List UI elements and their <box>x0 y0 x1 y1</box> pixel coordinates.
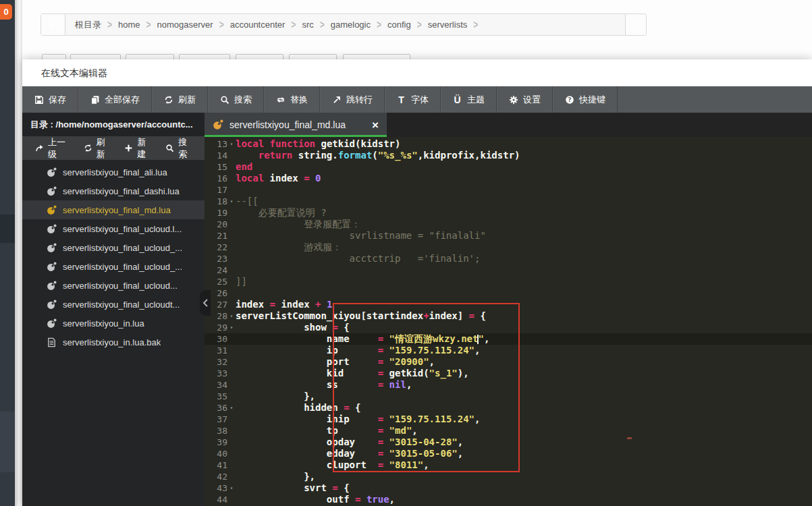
breadcrumb-item[interactable]: home <box>118 20 140 30</box>
toolbar-button-refresh[interactable]: 刷新 <box>152 86 208 113</box>
code-line[interactable]: 17 <box>205 184 812 196</box>
breadcrumb-item[interactable]: config <box>387 20 411 30</box>
reload-button[interactable] <box>625 14 646 35</box>
breadcrumb-item[interactable]: nomogaserver <box>157 20 213 30</box>
file-item[interactable]: serverlistxiyou_final_dashi.lua <box>22 181 205 200</box>
fold-toggle-icon[interactable]: ▾ <box>227 196 236 207</box>
fold-toggle-icon[interactable]: ▾ <box>227 138 236 150</box>
file-item[interactable]: serverlistxiyou_final_ali.lua <box>22 163 205 181</box>
sidebar-nav: 上一级刷新新建搜索 <box>22 136 205 160</box>
modal-header: 在线文本编辑器 <box>22 59 812 86</box>
fold-toggle-icon[interactable]: ▾ <box>227 310 236 322</box>
toolbar-button-search[interactable]: 搜索 <box>208 86 264 113</box>
file-item[interactable]: serverlistxiyou_in.lua <box>22 314 205 333</box>
file-item[interactable]: serverlistxiyou_final_ucloud... <box>22 276 205 295</box>
code-text: edday = "3015-05-06", <box>236 448 812 459</box>
lua-file-icon <box>47 205 57 215</box>
code-line[interactable]: 20 登录服配置： <box>205 219 812 230</box>
code-line[interactable]: 43▾ svrt = { <box>205 482 812 494</box>
code-line[interactable]: 33 kid = getkid("s_1"), <box>205 368 812 379</box>
code-line[interactable]: 41 cluport = "8011", <box>205 459 812 471</box>
code-line[interactable]: 15end <box>205 161 812 173</box>
toolbar-button-shortcuts[interactable]: ?快捷键 <box>553 86 618 113</box>
file-item[interactable]: serverlistxiyou_final_ucloud_... <box>22 257 205 276</box>
goto-line-icon <box>331 94 342 105</box>
code-line[interactable]: 38 tp = "md", <box>205 425 812 437</box>
sidebar-nav-up-level[interactable]: 上一级 <box>29 136 75 160</box>
lua-file-icon <box>47 167 57 177</box>
rail-gap <box>15 0 22 506</box>
code-line[interactable]: 30 name = "情谊西游wkzy.net", <box>205 333 812 345</box>
code-line[interactable]: 21 svrlistname = "finalali" <box>205 230 812 242</box>
toolbar-button-font[interactable]: T字体 <box>385 86 441 113</box>
toolbar-button-theme[interactable]: Ü主题 <box>441 86 497 113</box>
sidebar-nav-new[interactable]: 新建 <box>118 136 157 160</box>
code-line[interactable]: 34 ss = nil, <box>205 379 812 391</box>
fold-toggle-icon[interactable]: ▾ <box>227 482 236 494</box>
toolbar-button-settings[interactable]: 设置 <box>497 86 553 113</box>
code-line[interactable]: 28▾serverListCommon_xiyou[startindex+ind… <box>205 310 812 322</box>
code-line[interactable]: 27index = index + 1 <box>205 299 812 310</box>
breadcrumb-separator: > <box>320 18 325 30</box>
code-line[interactable]: 44 outf = true, <box>205 494 812 505</box>
help-icon: ? <box>564 94 574 105</box>
code-line[interactable]: 42 }, <box>205 471 812 482</box>
code-line[interactable]: 31 ip = "159.75.115.24", <box>205 345 812 356</box>
code-line[interactable]: 22 游戏服： <box>205 242 812 253</box>
sidebar-collapse-handle[interactable] <box>200 290 211 316</box>
refresh-icon <box>163 94 173 105</box>
sidebar-nav-refresh[interactable]: 刷新 <box>78 136 116 160</box>
code-line[interactable]: 18▾--[[ <box>205 196 812 207</box>
gear-icon <box>508 94 518 105</box>
file-name: serverlistxiyou_final_ucloud.l... <box>63 224 182 234</box>
toolbar-button-label: 快捷键 <box>579 94 605 106</box>
file-item[interactable]: serverlistxiyou_final_ucloudt... <box>22 295 205 314</box>
toolbar-button-save[interactable]: 保存 <box>22 86 78 113</box>
file-item[interactable]: serverlistxiyou_final_md.lua <box>22 200 205 219</box>
fold-toggle-icon[interactable]: ▾ <box>227 322 236 333</box>
toolbar-button-save-all[interactable]: 全部保存 <box>78 86 152 113</box>
breadcrumb-item[interactable]: accountcenter <box>230 20 286 30</box>
file-item[interactable]: serverlistxiyou_in.lua.bak <box>22 333 205 352</box>
file-item[interactable]: serverlistxiyou_final_ucloud.l... <box>22 219 205 238</box>
breadcrumb-separator: > <box>107 18 112 30</box>
collapsed-left-sidebar[interactable]: 0 <box>0 0 15 506</box>
fold-toggle-icon[interactable]: ▾ <box>227 402 236 414</box>
line-number: 15 <box>205 162 227 172</box>
line-number: 21 <box>205 231 227 241</box>
code-line[interactable]: 37 inip = "159.75.115.24", <box>205 414 812 425</box>
code-line[interactable]: 24 <box>205 264 812 276</box>
sidebar-nav-search[interactable]: 搜索 <box>159 136 198 160</box>
code-line[interactable]: 29▾ show = { <box>205 322 812 333</box>
tab-serverlistxiyou-final-md[interactable]: serverlistxiyou_final_md.lua × <box>205 113 387 137</box>
plus-icon <box>124 143 133 153</box>
code-line[interactable]: 35 }, <box>205 391 812 402</box>
code-line[interactable]: 32 port = "20900", <box>205 356 812 368</box>
code-editor[interactable]: 13▾local function getkid(kidstr)14 retur… <box>205 137 812 506</box>
code-line[interactable]: 39 opday = "3015-04-28", <box>205 437 812 448</box>
breadcrumb-item[interactable]: 根目录 <box>75 19 101 31</box>
file-item[interactable]: serverlistxiyou_final_ucloud_... <box>22 238 205 257</box>
line-number: 31 <box>205 345 227 356</box>
code-text: return string.format("%s_%s",kidprofix,k… <box>236 150 812 161</box>
code-line[interactable]: 23 acctctrip ='finalin'; <box>205 253 812 264</box>
code-line[interactable]: 16local index = 0 <box>205 173 812 184</box>
code-line[interactable]: 36▾ hidden = { <box>205 402 812 414</box>
file-name: serverlistxiyou_in.lua <box>63 318 144 329</box>
code-line[interactable]: 25]] <box>205 276 812 287</box>
line-number: 30 <box>205 334 227 344</box>
breadcrumb-item[interactable]: gamelogic <box>331 20 371 30</box>
toolbar-button-goto-line[interactable]: 跳转行 <box>320 86 385 113</box>
code-line[interactable]: 13▾local function getkid(kidstr) <box>205 138 812 150</box>
toolbar-button-label: 全部保存 <box>105 94 140 106</box>
code-line[interactable]: 14 return string.format("%s_%s",kidprofi… <box>205 150 812 161</box>
back-button[interactable] <box>41 14 65 35</box>
code-line[interactable]: 19 必要配置说明 ? <box>205 207 812 219</box>
breadcrumb-item[interactable]: src <box>302 20 313 30</box>
toolbar-button-replace[interactable]: 替换 <box>264 86 320 113</box>
code-line[interactable]: 40 edday = "3015-05-06", <box>205 448 812 459</box>
code-text: local index = 0 <box>236 173 812 184</box>
code-line[interactable]: 26 <box>205 287 812 299</box>
close-icon[interactable]: × <box>372 119 379 131</box>
breadcrumb-item[interactable]: serverlists <box>428 20 468 30</box>
